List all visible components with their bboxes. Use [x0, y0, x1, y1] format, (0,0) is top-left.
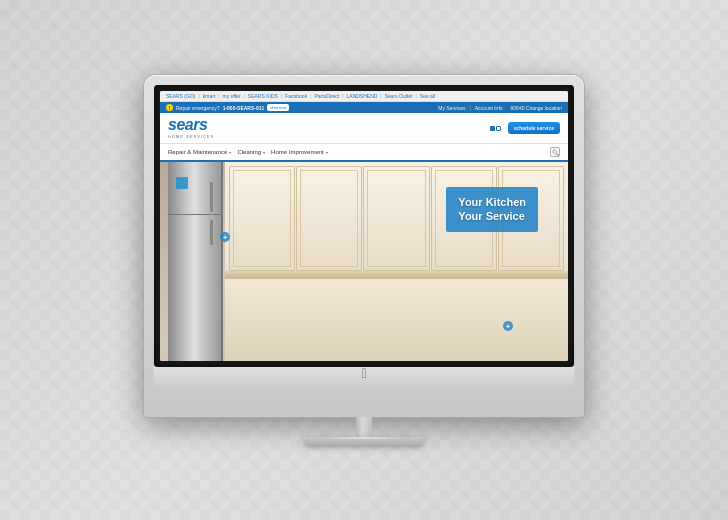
separator-4: |	[281, 93, 282, 99]
schedule-service-button[interactable]: schedule service	[508, 122, 560, 134]
monitor-stand-base	[304, 437, 424, 445]
fridge-door-line	[168, 214, 221, 215]
alert-bar: ! Repair emergency? 1-800-SEARS-911 chat…	[160, 102, 568, 113]
fridge-handle-top	[210, 182, 213, 212]
nav-chevron-repair: ▾	[229, 150, 231, 155]
monitor: SEARS (GO) | kmart | my offer | SEARS KI…	[144, 75, 584, 445]
separator-3: |	[244, 93, 245, 99]
monitor-screen: SEARS (GO) | kmart | my offer | SEARS KI…	[160, 91, 568, 361]
hero-headline-line2: Your Service	[458, 209, 526, 223]
top-link-outlet[interactable]: Sears Outlet	[385, 93, 413, 99]
countertop	[225, 271, 568, 279]
separator-7: |	[380, 93, 381, 99]
top-nav-bar: SEARS (GO) | kmart | my offer | SEARS KI…	[160, 91, 568, 102]
chat-button[interactable]: chat now	[267, 104, 289, 111]
my-services-link[interactable]: My Services	[438, 105, 465, 111]
scene: SEARS (GO) | kmart | my offer | SEARS KI…	[0, 0, 728, 520]
alert-right: My Services | Account Info 60640 Change …	[438, 105, 562, 111]
top-links: SEARS (GO) | kmart | my offer | SEARS KI…	[166, 93, 435, 99]
top-link-myoffer[interactable]: my offer	[223, 93, 241, 99]
top-link-kmart[interactable]: kmart	[203, 93, 216, 99]
alert-icon: !	[166, 104, 173, 111]
search-box: 🔍	[550, 147, 560, 157]
top-link-parts[interactable]: PartsDirect	[314, 93, 339, 99]
hero-section: + + Your Kitchen Your Service	[160, 162, 568, 361]
fridge-handle-bottom	[210, 220, 213, 245]
fridge-ice-dispenser	[176, 177, 188, 189]
monitor-stand-neck	[356, 417, 372, 437]
nav-item-repair[interactable]: Repair & Maintenance ▾	[168, 149, 231, 155]
nav-item-cleaning[interactable]: Cleaning ▾	[237, 149, 265, 155]
lower-cabinets	[225, 279, 568, 361]
separator-8: |	[415, 93, 416, 99]
nav-item-home-improvement[interactable]: Home Improvement ▾	[271, 149, 328, 155]
cabinet-door-2	[296, 166, 362, 271]
view-icons	[490, 126, 501, 131]
nav-bar: Repair & Maintenance ▾ Cleaning ▾ Home I…	[160, 144, 568, 162]
site-header: sears Home Services schedule service	[160, 113, 568, 144]
grid-icon-1	[490, 126, 495, 131]
fridge-image	[168, 162, 223, 361]
logo-subtitle: Home Services	[168, 134, 214, 139]
alert-left: ! Repair emergency? 1-800-SEARS-911 chat…	[166, 104, 289, 111]
plus-icon-2[interactable]: +	[503, 321, 513, 331]
nav-chevron-home: ▾	[326, 150, 328, 155]
cabinet-door-1	[229, 166, 295, 271]
monitor-outer: SEARS (GO) | kmart | my offer | SEARS KI…	[144, 75, 584, 417]
top-link-lands[interactable]: LANDSHEND	[347, 93, 378, 99]
separator-2: |	[218, 93, 219, 99]
nav-label-cleaning: Cleaning	[237, 149, 261, 155]
top-link-seeall[interactable]: See all	[420, 93, 435, 99]
hero-text-box: Your Kitchen Your Service	[446, 187, 538, 232]
sears-logo[interactable]: sears	[168, 117, 214, 133]
monitor-chin: 	[154, 367, 574, 389]
logo-area: sears Home Services	[168, 117, 214, 139]
separator-6: |	[342, 93, 343, 99]
kitchen-background: + + Your Kitchen Your Service	[160, 162, 568, 361]
top-link-sears[interactable]: SEARS (GO)	[166, 93, 195, 99]
monitor-bezel: SEARS (GO) | kmart | my offer | SEARS KI…	[154, 85, 574, 367]
search-icon[interactable]: 🔍	[550, 147, 560, 157]
nav-label-repair: Repair & Maintenance	[168, 149, 227, 155]
website-content: SEARS (GO) | kmart | my offer | SEARS KI…	[160, 91, 568, 361]
cabinet-door-3	[363, 166, 429, 271]
separator-1: |	[198, 93, 199, 99]
apple-logo: 	[361, 365, 366, 381]
separator-5: |	[310, 93, 311, 99]
plus-icon-1[interactable]: +	[220, 232, 230, 242]
phone-number[interactable]: 1-800-SEARS-911	[223, 105, 265, 111]
account-info-link[interactable]: Account Info	[475, 105, 503, 111]
grid-icon-2	[496, 126, 501, 131]
nav-chevron-cleaning: ▾	[263, 150, 265, 155]
header-right: schedule service	[490, 122, 560, 134]
hero-headline-line1: Your Kitchen	[458, 195, 526, 209]
alert-text: Repair emergency?	[176, 105, 220, 111]
nav-label-home: Home Improvement	[271, 149, 324, 155]
location-text[interactable]: 60640 Change location	[511, 105, 562, 111]
top-link-facebook[interactable]: Facebook	[285, 93, 307, 99]
pipe: |	[469, 105, 470, 111]
top-link-searskids[interactable]: SEARS KIDS	[248, 93, 278, 99]
